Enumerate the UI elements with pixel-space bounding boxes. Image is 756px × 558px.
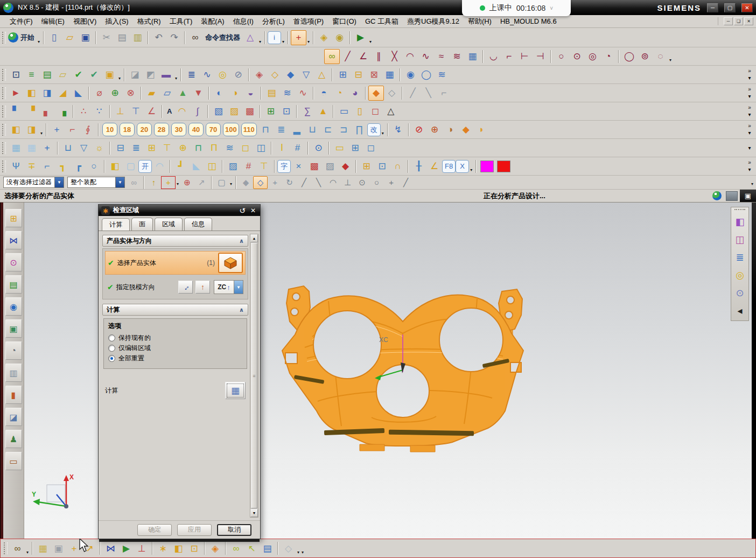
selection-scope-dropdown[interactable]: 整个装配 ▼ bbox=[67, 177, 125, 188]
snap-point-icon[interactable]: ⊕ bbox=[180, 176, 194, 189]
pad-icon[interactable]: ▭ bbox=[332, 141, 347, 156]
plus-circle-icon[interactable]: ⊕ bbox=[107, 86, 123, 101]
stack2-icon[interactable]: ▤ bbox=[264, 86, 279, 101]
size-button-10[interactable]: 10 bbox=[102, 123, 117, 136]
bar-gold-icon[interactable]: ▰ bbox=[144, 86, 159, 101]
toolbar-grip[interactable] bbox=[2, 87, 6, 99]
palette-door-icon-button[interactable]: ▥ bbox=[5, 364, 22, 382]
gear-ring-icon[interactable]: ☼ bbox=[92, 141, 107, 156]
snap-target-icon[interactable]: ⊕ bbox=[427, 122, 443, 137]
brush-icon[interactable]: ▨ bbox=[322, 159, 338, 174]
panel-grip[interactable] bbox=[734, 209, 745, 211]
hatch3-icon[interactable]: ▩ bbox=[242, 104, 257, 119]
grid-plus-icon[interactable]: ⊞ bbox=[335, 67, 351, 82]
snap-line2-icon[interactable]: ╲ bbox=[311, 176, 326, 189]
dropdown-caret-icon[interactable]: ▾ bbox=[469, 168, 473, 172]
half-moon1-icon[interactable]: ◐ bbox=[212, 86, 227, 101]
menu-item-F[interactable]: 文件(F) bbox=[5, 17, 37, 25]
chevron-down-icon[interactable]: ˅ bbox=[550, 5, 553, 11]
visual-wand-icon-button[interactable]: ▮ bbox=[5, 386, 22, 404]
orange-sheet-icon[interactable]: ◗ bbox=[474, 122, 489, 137]
corner-bl-icon[interactable]: ┛ bbox=[173, 159, 188, 174]
arc-blue-icon[interactable]: ◠ bbox=[152, 159, 167, 174]
gray-arrow-icon[interactable]: ↗ bbox=[194, 176, 209, 189]
eye-icon[interactable]: ◉ bbox=[403, 67, 418, 82]
half-blue-icon[interactable]: ◨ bbox=[39, 86, 55, 101]
mirror-assembly-icon[interactable]: ⋈ bbox=[103, 541, 118, 556]
guide-u-icon[interactable]: ⊔ bbox=[60, 141, 76, 156]
toolbar-grip[interactable] bbox=[4, 542, 8, 554]
dropdown-caret-icon[interactable]: ▾ bbox=[37, 39, 41, 44]
dropdown-caret-icon[interactable]: ▾ bbox=[300, 550, 305, 555]
disc-stack-icon[interactable]: ≣ bbox=[184, 67, 199, 82]
red-gem-icon[interactable]: ◆ bbox=[338, 159, 353, 174]
display-mode-icon[interactable]: ⊡ bbox=[8, 67, 24, 82]
chevron-down-icon[interactable]: ▼ bbox=[234, 281, 243, 294]
window-prism-icon[interactable]: △ bbox=[242, 30, 258, 45]
arrow-red-icon[interactable]: ► bbox=[8, 86, 24, 101]
hook-icon[interactable]: ⌐ bbox=[65, 122, 80, 137]
mold-right-icon[interactable]: ⊐ bbox=[336, 122, 352, 137]
section-calculate[interactable]: 计算 ∧ bbox=[102, 304, 248, 316]
wave2-icon[interactable]: ∿ bbox=[295, 86, 311, 101]
marquee-icon[interactable]: ▢ bbox=[214, 176, 229, 189]
sketch-block-icon[interactable]: ▦ bbox=[465, 49, 480, 64]
arc2-icon[interactable]: ◠ bbox=[174, 104, 190, 119]
rail2-icon[interactable]: ╂ bbox=[411, 159, 426, 174]
select-product-body-row[interactable]: ✔ 选择产品实体 (1) bbox=[105, 251, 246, 275]
toolbar-overflow-button[interactable]: »▾ bbox=[745, 87, 754, 99]
radio-button[interactable] bbox=[108, 355, 115, 362]
quad1-icon[interactable]: ▘ bbox=[8, 104, 24, 119]
snap-enable-icon[interactable]: + bbox=[161, 176, 176, 189]
scroll-up-icon[interactable]: ▲ bbox=[250, 234, 258, 242]
new-file-icon[interactable]: ▯ bbox=[46, 30, 62, 45]
ellipse3-icon[interactable]: ◯ bbox=[418, 67, 434, 82]
verify-body-icon[interactable]: ✔ bbox=[71, 67, 86, 82]
copy-icon[interactable]: ▤ bbox=[114, 30, 130, 45]
menu-item-A[interactable]: 装配(A) bbox=[197, 17, 228, 25]
integral-icon[interactable]: ∫ bbox=[190, 104, 205, 119]
sheet-surface-icon[interactable]: ◫ bbox=[732, 233, 747, 246]
exit-panel-icon-button[interactable]: ▭ bbox=[5, 452, 22, 470]
conic-icon[interactable]: ⊚ bbox=[637, 49, 653, 64]
calculate-button[interactable]: ▦ bbox=[225, 382, 246, 399]
color-grid-icon[interactable]: ▩ bbox=[306, 159, 322, 174]
dot-box-icon[interactable]: ⊡ bbox=[278, 104, 294, 119]
sketch-profile-icon[interactable]: ∞ bbox=[324, 49, 340, 64]
grid-dots2-icon[interactable]: ▦ bbox=[24, 141, 39, 156]
snap-perp-icon[interactable]: ⊥ bbox=[340, 176, 355, 189]
circle-icon[interactable]: ○ bbox=[554, 49, 569, 64]
move-all-icon[interactable]: + bbox=[39, 141, 55, 156]
tri-gold2-icon[interactable]: ▲ bbox=[315, 104, 331, 119]
dialog-gear-icon[interactable]: ∗ bbox=[101, 206, 110, 215]
assembly-info-icon[interactable]: ▤ bbox=[260, 541, 275, 556]
exploded-view-icon[interactable]: ◈ bbox=[207, 541, 223, 556]
text-tool-icon[interactable]: A bbox=[165, 107, 174, 115]
selection-filter-dropdown[interactable]: 没有选择过滤器 ▼ bbox=[3, 177, 64, 188]
mold-left-icon[interactable]: ⊏ bbox=[320, 122, 336, 137]
user-groups-icon-button[interactable]: ♟ bbox=[5, 430, 22, 448]
promote-icon[interactable]: ⊡ bbox=[186, 541, 202, 556]
tee-icon[interactable]: ⊤ bbox=[128, 104, 144, 119]
menu-item-HBMOULDM66[interactable]: HB_MOULD M6.6 bbox=[496, 17, 561, 25]
red-swatch[interactable] bbox=[497, 161, 510, 172]
corner-blue-icon[interactable]: ◣ bbox=[71, 86, 86, 101]
info-window-icon[interactable]: i bbox=[268, 31, 281, 44]
history-icon-button[interactable]: ▣ bbox=[5, 319, 22, 338]
corner-tl-icon[interactable]: ┏ bbox=[71, 159, 86, 174]
system-clock-icon-button[interactable]: ◔ bbox=[5, 341, 22, 360]
dialog-title-bar[interactable]: ∗ 检查区域 ↺ ✕ bbox=[99, 205, 260, 216]
quad2-icon[interactable]: ▝ bbox=[24, 104, 39, 119]
toolbar-overflow-button[interactable]: »▾ bbox=[745, 160, 754, 172]
line-icon[interactable]: ╱ bbox=[340, 49, 355, 64]
redo-icon[interactable]: ↷ bbox=[166, 30, 182, 45]
rect3-icon[interactable]: ◻ bbox=[367, 104, 383, 119]
mold-cup-icon[interactable]: ⊔ bbox=[305, 122, 320, 137]
perp2-icon[interactable]: ⊥ bbox=[113, 104, 128, 119]
wave-pen-icon[interactable]: ↖ bbox=[244, 541, 260, 556]
font-cn-icon[interactable]: 字 bbox=[277, 160, 291, 173]
rail-icon[interactable]: # bbox=[290, 141, 305, 156]
size-button-40[interactable]: 40 bbox=[188, 123, 204, 136]
dropdown-caret-icon[interactable]: ▾ bbox=[25, 550, 30, 555]
screw-icon[interactable]: ⊤ bbox=[159, 141, 175, 156]
